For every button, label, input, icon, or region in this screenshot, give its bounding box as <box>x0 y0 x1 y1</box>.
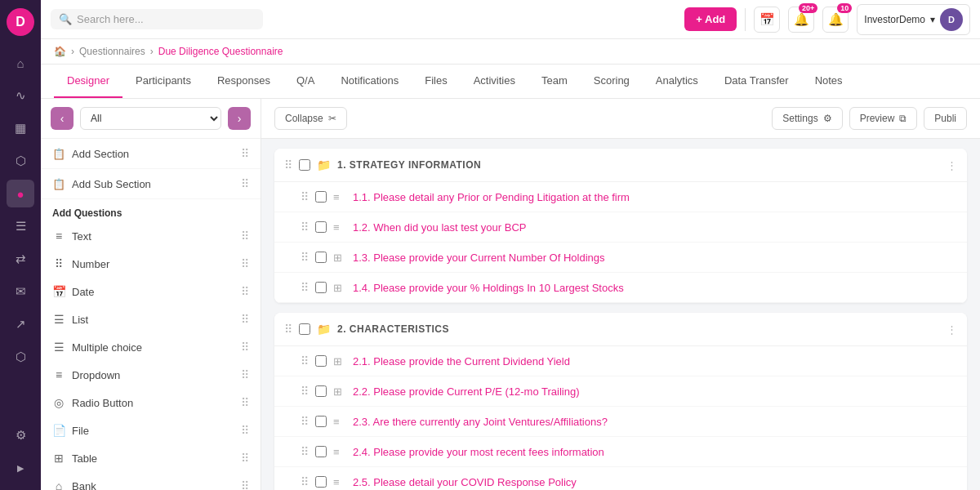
question-1-2: ⠿ ≡ 1.2. When did you last test your BCP <box>274 212 967 243</box>
date-icon: 📅 <box>52 285 65 298</box>
nav-shuffle[interactable]: ⇄ <box>7 245 34 273</box>
qt-date[interactable]: 📅 Date ⠿ <box>41 278 261 305</box>
qt-bank[interactable]: ⌂ Bank ⠿ <box>41 472 261 490</box>
nav-prev-button[interactable]: ‹ <box>51 107 74 130</box>
nav-home[interactable]: ⌂ <box>7 49 34 77</box>
q-check-1-2[interactable] <box>315 221 327 233</box>
tab-team[interactable]: Team <box>528 65 581 98</box>
q-text-2-4[interactable]: 2.4. Please provide your most recent fee… <box>353 446 957 458</box>
breadcrumb-separator2: › <box>150 46 154 57</box>
collapse-button[interactable]: Collapse ✂ <box>274 107 347 130</box>
section-2-menu[interactable]: ⋮ <box>947 323 957 336</box>
q-text-1-2[interactable]: 1.2. When did you last test your BCP <box>353 221 957 234</box>
qt-table[interactable]: ⊞ Table ⠿ <box>41 444 261 472</box>
q-check-1-4[interactable] <box>315 282 327 293</box>
alerts-button[interactable]: 🔔 10 <box>822 7 849 33</box>
user-name: InvestorDemo <box>864 14 925 25</box>
q-text-1-3[interactable]: 1.3. Please provide your Current Number … <box>353 252 957 264</box>
nav-analytics[interactable]: ∿ <box>7 82 34 109</box>
notifications-button[interactable]: 🔔 20+ <box>788 7 814 33</box>
section-select[interactable]: All <box>80 107 221 130</box>
tab-analytics[interactable]: Analytics <box>643 65 711 98</box>
q-text-2-5[interactable]: 2.5. Please detail your COVID Response P… <box>353 476 957 488</box>
tab-participants[interactable]: Participants <box>122 65 204 98</box>
calendar-button[interactable]: 📅 <box>754 7 780 33</box>
user-menu[interactable]: InvestorDemo ▾ D <box>857 4 970 35</box>
add-section-button[interactable]: 📋 Add Section ⠿ <box>41 139 261 169</box>
app-logo[interactable]: D <box>7 8 34 36</box>
tab-responses[interactable]: Responses <box>204 65 283 98</box>
nav-hexagon[interactable]: ⬡ <box>7 147 34 175</box>
qt-dropdown[interactable]: ≡ Dropdown ⠿ <box>41 361 261 389</box>
nav-expand[interactable]: ▶ <box>7 454 34 482</box>
q-text-2-1[interactable]: 2.1. Please provide the Current Dividend… <box>353 355 957 368</box>
tab-notifications[interactable]: Notifications <box>327 65 412 98</box>
q-text-2-3[interactable]: 2.3. Are there currently any Joint Ventu… <box>353 416 957 428</box>
q-text-1-4[interactable]: 1.4. Please provide your % Holdings In 1… <box>353 282 957 294</box>
breadcrumb-questionnaires[interactable]: Questionnaires <box>79 46 145 57</box>
nav-bank[interactable]: ⬡ <box>7 343 34 371</box>
nav-questionnaires[interactable]: ● <box>7 180 34 207</box>
nav-trend[interactable]: ↗ <box>7 310 34 338</box>
tab-notes[interactable]: Notes <box>802 65 856 98</box>
qt-multiple-choice[interactable]: ☰ Multiple choice ⠿ <box>41 333 261 361</box>
qt-file[interactable]: 📄 File ⠿ <box>41 416 261 444</box>
preview-label: Preview <box>860 113 895 124</box>
add-button[interactable]: + Add <box>684 7 737 31</box>
q-check-2-5[interactable] <box>315 476 327 488</box>
drag-list: ⠿ <box>241 313 249 326</box>
question-2-1: ⠿ ⊞ 2.1. Please provide the Current Divi… <box>274 346 967 376</box>
qt-list[interactable]: ☰ List ⠿ <box>41 305 261 333</box>
tab-files[interactable]: Files <box>412 65 460 98</box>
section-2-header: ⠿ 📁 2. CHARACTERISTICS ⋮ <box>274 313 967 346</box>
q-text-2-2[interactable]: 2.2. Please provide Current P/E (12-mo T… <box>353 385 957 398</box>
qt-text[interactable]: ≡ Text ⠿ <box>41 222 261 250</box>
q-check-2-3[interactable] <box>315 416 327 427</box>
tab-qa[interactable]: Q/A <box>283 65 327 98</box>
nav-grid[interactable]: ▦ <box>7 114 34 142</box>
q-check-2-1[interactable] <box>315 355 327 367</box>
search-box[interactable]: 🔍 Search here... <box>51 9 263 29</box>
question-1-1: ⠿ ≡ 1.1. Please detail any Prior or Pend… <box>274 182 967 212</box>
preview-button[interactable]: Preview ⧉ <box>849 107 918 130</box>
chevron-down-icon: ▾ <box>930 14 935 25</box>
designer-sidebar: ‹ All › 📋 Add Section ⠿ 📋 Add Sub Sectio… <box>41 99 261 490</box>
section-2-checkbox[interactable] <box>299 323 310 335</box>
section-1-checkbox[interactable] <box>299 159 310 171</box>
qt-radio[interactable]: ◎ Radio Button ⠿ <box>41 389 261 416</box>
nav-settings[interactable]: ⚙ <box>7 421 34 449</box>
section-1-menu[interactable]: ⋮ <box>947 159 957 172</box>
folder-icon-2: 📁 <box>317 323 331 336</box>
nav-next-button[interactable]: › <box>228 107 251 130</box>
nav-list[interactable]: ☰ <box>7 212 34 240</box>
tab-activities[interactable]: Activities <box>461 65 528 98</box>
q-text-1-1[interactable]: 1.1. Please detail any Prior or Pending … <box>353 191 957 203</box>
questionnaire-toolbar: Collapse ✂ Settings ⚙ Preview ⧉ Publi <box>261 99 980 139</box>
section-2-title: 2. CHARACTERISTICS <box>337 323 449 335</box>
tab-data-transfer[interactable]: Data Transfer <box>711 65 802 98</box>
drag-number: ⠿ <box>241 257 249 270</box>
publish-button[interactable]: Publi <box>924 107 967 130</box>
q-drag-2-3: ⠿ <box>301 415 309 428</box>
toolbar-left: Collapse ✂ <box>274 107 347 130</box>
q-check-1-1[interactable] <box>315 191 327 203</box>
add-subsection-label: Add Sub Section <box>72 178 151 190</box>
q-type-text-icon: ≡ <box>333 191 346 203</box>
home-icon[interactable]: 🏠 <box>54 46 66 57</box>
drag-date: ⠿ <box>241 285 249 298</box>
breadcrumb-separator: › <box>71 46 74 57</box>
question-2-2: ⠿ ⊞ 2.2. Please provide Current P/E (12-… <box>274 376 967 407</box>
nav-mail[interactable]: ✉ <box>7 278 34 305</box>
notifications-badge: 20+ <box>799 3 817 13</box>
add-subsection-button[interactable]: 📋 Add Sub Section ⠿ <box>41 169 261 199</box>
qt-number[interactable]: ⠿ Number ⠿ <box>41 250 261 278</box>
q-check-2-2[interactable] <box>315 385 327 397</box>
q-drag-2-1: ⠿ <box>301 354 309 368</box>
search-icon: 🔍 <box>59 13 72 25</box>
tab-designer[interactable]: Designer <box>54 65 122 98</box>
radio-icon: ◎ <box>52 396 65 409</box>
q-check-1-3[interactable] <box>315 252 327 263</box>
settings-button[interactable]: Settings ⚙ <box>772 107 842 130</box>
q-check-2-4[interactable] <box>315 446 327 457</box>
tab-scoring[interactable]: Scoring <box>581 65 643 98</box>
